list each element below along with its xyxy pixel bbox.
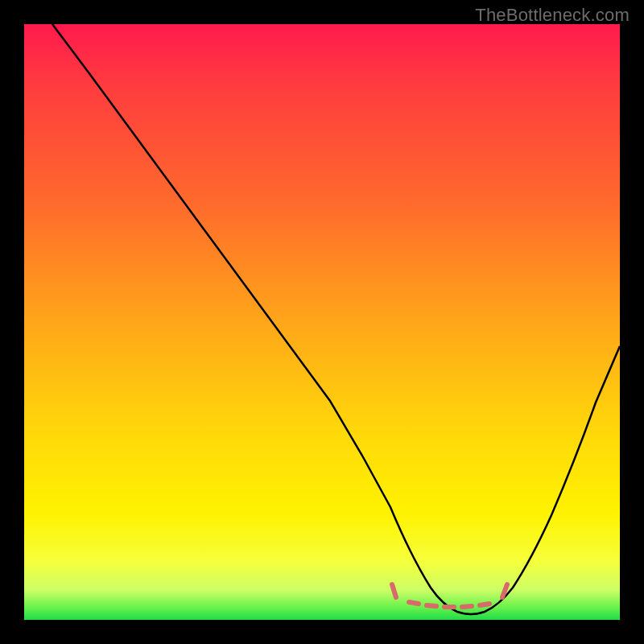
watermark-text: TheBottleneck.com bbox=[475, 5, 630, 26]
chart-plot bbox=[24, 24, 620, 620]
valley-marker bbox=[392, 584, 507, 607]
bottleneck-curve bbox=[52, 24, 620, 614]
valley-marker-dash-4 bbox=[462, 606, 472, 607]
valley-marker-left-tick bbox=[392, 584, 396, 597]
valley-marker-dash-2 bbox=[427, 605, 436, 606]
valley-marker-dash-1 bbox=[409, 602, 419, 604]
valley-marker-dash-5 bbox=[480, 604, 489, 605]
